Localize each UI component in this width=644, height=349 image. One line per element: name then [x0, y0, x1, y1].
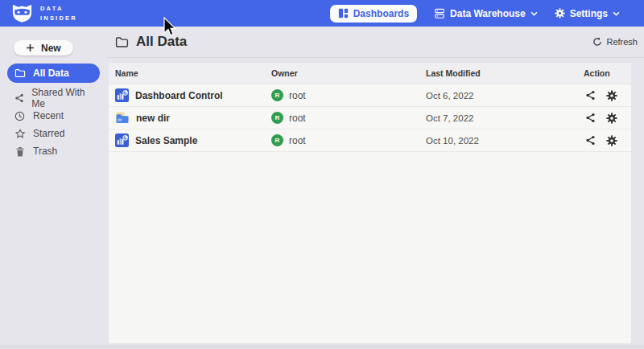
data-warehouse-menu[interactable]: Data Warehouse [434, 8, 538, 19]
column-header-name: Name [115, 68, 271, 78]
file-table-card: Name Owner Last Modified Action [109, 63, 631, 343]
page-layout: New All Data Shared With Me [0, 27, 644, 349]
last-modified-cell: Oct 10, 2022 [426, 136, 584, 146]
file-name: new dir [136, 113, 170, 124]
brand-logo[interactable]: DATA INSIDER [10, 3, 77, 23]
action-cell [584, 135, 625, 146]
sidebar-nav: All Data Shared With Me Recent [0, 64, 107, 160]
table-row[interactable]: new dir R root Oct 7, 2022 [109, 107, 631, 129]
owl-logo-icon [10, 3, 34, 23]
sidebar-item-starred[interactable]: Starred [7, 125, 100, 142]
owner-cell: R root [271, 89, 426, 101]
action-cell [584, 113, 625, 124]
sidebar-item-shared-with-me[interactable]: Shared With Me [7, 89, 100, 107]
trash-icon [14, 146, 26, 157]
share-icon [14, 93, 24, 103]
settings-menu[interactable]: Settings [555, 8, 620, 19]
folder-file-icon [115, 112, 130, 124]
dashboard-file-icon [115, 133, 129, 147]
folder-icon [14, 68, 26, 78]
top-nav: Dashboards Data Warehouse [330, 5, 620, 23]
new-button-label: New [41, 43, 61, 54]
refresh-label: Refresh [606, 37, 638, 47]
gear-icon[interactable] [606, 90, 617, 101]
plus-icon [26, 43, 35, 52]
sidebar-item-all-data[interactable]: All Data [7, 64, 100, 83]
name-cell: new dir [115, 112, 271, 124]
sidebar-item-label: All Data [33, 68, 69, 79]
sidebar-item-label: Starred [33, 128, 64, 139]
name-cell: Sales Sample [115, 133, 271, 147]
sidebar-item-label: Trash [33, 146, 57, 157]
warehouse-icon [434, 8, 445, 19]
table-row[interactable]: Sales Sample R root Oct 10, 2022 [109, 129, 631, 152]
name-cell: Dashboard Control [115, 88, 271, 102]
share-icon[interactable] [585, 90, 596, 101]
chevron-down-icon [613, 11, 620, 16]
owner-name: root [289, 90, 306, 101]
owner-name: root [289, 113, 306, 124]
table-header-row: Name Owner Last Modified Action [109, 63, 631, 84]
data-warehouse-label: Data Warehouse [450, 8, 526, 19]
last-modified-cell: Oct 6, 2022 [426, 91, 584, 101]
owner-avatar: R [271, 89, 283, 101]
dashboards-button[interactable]: Dashboards [330, 5, 417, 23]
page-title-text: All Data [136, 34, 187, 50]
share-icon[interactable] [585, 113, 596, 123]
sidebar: New All Data Shared With Me [0, 27, 107, 349]
refresh-icon [592, 37, 602, 47]
star-icon [14, 129, 26, 139]
refresh-button[interactable]: Refresh [592, 37, 638, 47]
column-header-owner: Owner [271, 68, 426, 78]
owner-avatar: R [271, 112, 283, 124]
share-icon[interactable] [585, 135, 596, 146]
table-row[interactable]: Dashboard Control R root Oct 6, 2022 [109, 84, 631, 107]
sidebar-item-label: Recent [33, 110, 64, 121]
last-modified-cell: Oct 7, 2022 [426, 113, 584, 123]
gear-icon[interactable] [606, 113, 617, 124]
column-header-last-modified: Last Modified [426, 68, 584, 78]
file-name: Sales Sample [135, 135, 197, 146]
file-name: Dashboard Control [135, 90, 223, 101]
window-bottom-edge [0, 345, 644, 349]
chevron-down-icon [530, 11, 538, 16]
dashboard-grid-icon [338, 8, 349, 18]
owner-avatar: R [271, 134, 283, 146]
owner-cell: R root [271, 134, 426, 146]
action-cell [584, 90, 625, 101]
content-header: All Data Refresh [107, 27, 644, 58]
column-header-action: Action [584, 68, 625, 78]
sidebar-item-recent[interactable]: Recent [7, 107, 100, 125]
gear-icon [555, 8, 565, 18]
sidebar-item-label: Shared With Me [31, 87, 93, 109]
settings-label: Settings [570, 8, 608, 19]
folder-outline-icon [115, 36, 129, 48]
gear-icon[interactable] [606, 135, 617, 146]
clock-icon [14, 111, 26, 121]
dashboard-file-icon [115, 88, 129, 102]
sidebar-item-trash[interactable]: Trash [7, 142, 100, 160]
dashboards-label: Dashboards [353, 8, 409, 19]
brand-name: DATA INSIDER [40, 4, 77, 23]
owner-name: root [289, 135, 306, 146]
owner-cell: R root [271, 112, 426, 124]
page-title: All Data [115, 34, 187, 50]
top-bar: DATA INSIDER Dashboards [0, 0, 644, 27]
new-button[interactable]: New [14, 40, 73, 55]
main-content: All Data Refresh Name Owner Last Modifie… [107, 27, 644, 349]
